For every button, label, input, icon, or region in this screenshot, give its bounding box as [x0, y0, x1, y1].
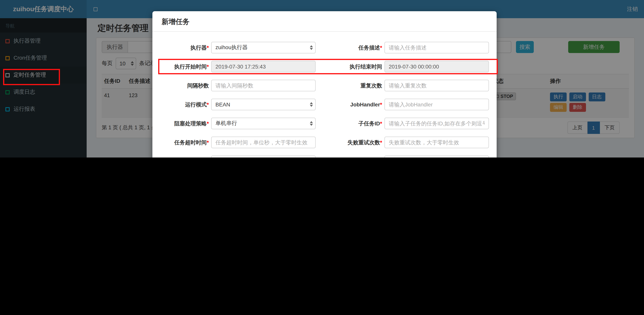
block-strategy-select-value: 单机串行: [216, 120, 237, 127]
timeout-input[interactable]: [211, 137, 316, 148]
author-input[interactable]: [211, 156, 316, 158]
form-row-gluetype-jobhandler: 运行模式* BEAN JobHandler*: [158, 99, 497, 110]
end-time-input[interactable]: [384, 61, 489, 72]
fail-retry-input[interactable]: [384, 137, 489, 148]
form-row-interval-repeat: 间隔秒数 重复次数: [158, 80, 497, 91]
executor-label: 执行器*: [158, 42, 211, 53]
app-root: zuihou任务调度中心 注销 导航 执行器管理 Cron任务管理 定时任务管理…: [0, 0, 644, 158]
child-jobid-label: 子任务ID*: [316, 118, 384, 129]
modal-header: 新增任务: [152, 11, 497, 32]
form-row-start-end-time: 执行开始时间* 执行结束时间: [158, 61, 497, 72]
form-row-timeout-failretry: 任务超时时间* 失败重试次数*: [158, 137, 497, 148]
required-mark: *: [207, 101, 209, 108]
required-mark: *: [380, 45, 382, 51]
required-mark: *: [380, 139, 382, 146]
required-mark: *: [380, 120, 382, 127]
start-time-label: 执行开始时间*: [158, 61, 211, 72]
end-time-label: 执行结束时间: [316, 61, 384, 72]
modal-title: 新增任务: [162, 18, 190, 26]
form-row-executor-desc: 执行器* zuihou执行器 任务描述*: [158, 42, 497, 53]
child-jobid-input[interactable]: [384, 118, 489, 129]
task-desc-input[interactable]: [384, 42, 489, 53]
modal-body: 执行器* zuihou执行器 任务描述* 执行开始时间* 执行结束时间 间隔秒数…: [152, 32, 497, 158]
executor-select[interactable]: zuihou执行器: [211, 42, 316, 53]
add-task-modal: 新增任务 执行器* zuihou执行器 任务描述* 执行开始时间* 执行结束时间: [152, 11, 497, 158]
repeat-label: 重复次数: [316, 80, 384, 91]
author-label: 负责人*: [158, 156, 211, 158]
form-row-blockstrategy-childjob: 阻塞处理策略* 单机串行 子任务ID*: [158, 118, 497, 129]
executor-select-value: zuihou执行器: [216, 44, 248, 51]
required-mark: *: [207, 64, 209, 70]
select-arrows-icon: [310, 121, 313, 126]
required-mark: *: [207, 45, 209, 51]
block-strategy-label: 阻塞处理策略*: [158, 118, 211, 129]
glue-type-label: 运行模式*: [158, 99, 211, 110]
fail-retry-label: 失败重试次数*: [316, 137, 384, 148]
required-mark: *: [207, 120, 209, 127]
start-time-input[interactable]: [211, 61, 316, 72]
glue-type-select-value: BEAN: [216, 101, 230, 108]
required-mark: *: [380, 101, 382, 108]
repeat-input[interactable]: [384, 80, 489, 91]
glue-type-select[interactable]: BEAN: [211, 99, 316, 110]
task-desc-label: 任务描述*: [316, 42, 384, 53]
select-arrows-icon: [310, 45, 313, 50]
timeout-label: 任务超时时间*: [158, 137, 211, 148]
select-arrows-icon: [310, 102, 313, 107]
interval-input[interactable]: [211, 80, 316, 91]
alarm-email-input[interactable]: [384, 156, 489, 158]
form-row-author-email: 负责人* 报警邮件*: [158, 156, 497, 158]
job-handler-input[interactable]: [384, 99, 489, 110]
alarm-email-label: 报警邮件*: [316, 156, 384, 158]
interval-label: 间隔秒数: [158, 80, 211, 91]
block-strategy-select[interactable]: 单机串行: [211, 118, 316, 129]
job-handler-label: JobHandler*: [316, 99, 384, 110]
required-mark: *: [207, 139, 209, 146]
